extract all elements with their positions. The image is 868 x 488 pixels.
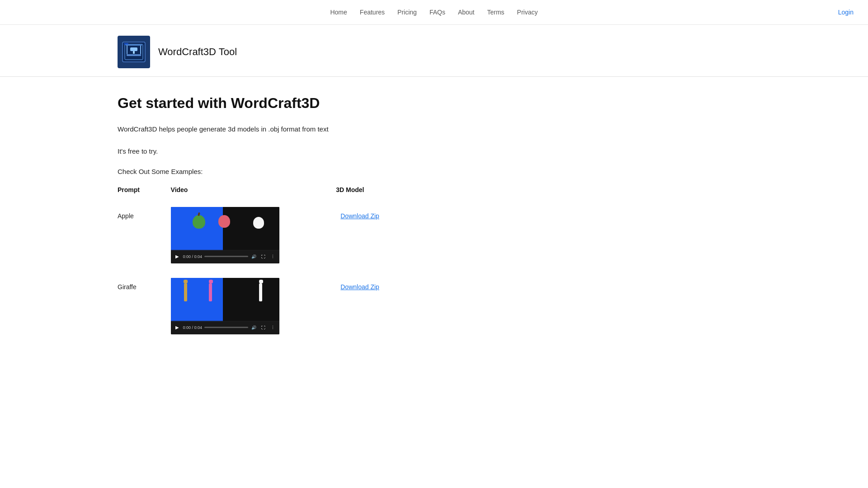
play-button-giraffe[interactable]: ▶ — [174, 324, 181, 331]
main-content: Get started with WordCraft3D WordCraft3D… — [0, 77, 407, 360]
apple-green-icon — [193, 215, 205, 229]
progress-bar-apple[interactable] — [204, 256, 248, 257]
giraffe-1-icon — [184, 281, 188, 301]
nav-links: Home Features Pricing FAQs About Terms P… — [330, 9, 538, 16]
prompt-apple: Apple — [118, 200, 171, 271]
svg-rect-8 — [124, 43, 128, 45]
giraffe-3-icon — [259, 281, 263, 301]
video-controls-apple: ▶ 0:00 / 0:04 🔊 ⛶ ⋮ — [171, 250, 279, 263]
nav-faqs[interactable]: FAQs — [429, 9, 445, 16]
fullscreen-button[interactable]: ⛶ — [260, 253, 267, 260]
fullscreen-button-giraffe[interactable]: ⛶ — [260, 324, 267, 331]
play-button[interactable]: ▶ — [174, 253, 181, 260]
volume-button-giraffe[interactable]: 🔊 — [250, 324, 258, 331]
progress-bar-giraffe[interactable] — [204, 327, 248, 328]
video-time-giraffe: 0:00 / 0:04 — [183, 325, 203, 330]
nav-about[interactable]: About — [458, 9, 475, 16]
prompt-giraffe: Giraffe — [118, 271, 171, 342]
more-options-button[interactable]: ⋮ — [269, 253, 277, 260]
svg-rect-4 — [140, 45, 141, 54]
video-apple-cell: ▶ 0:00 / 0:04 🔊 ⛶ ⋮ — [171, 200, 336, 271]
more-options-button-giraffe[interactable]: ⋮ — [269, 324, 277, 331]
site-title: WordCraft3D Tool — [158, 46, 237, 58]
svg-rect-6 — [133, 51, 135, 54]
download-apple-link[interactable]: Download Zip — [340, 212, 379, 220]
nav-terms[interactable]: Terms — [487, 9, 504, 16]
apple-pink-icon — [218, 215, 230, 228]
model-apple-cell: Download Zip — [336, 200, 407, 271]
hero-description: WordCraft3D helps people generate 3d mod… — [118, 124, 407, 135]
col-video: Video — [171, 186, 336, 200]
video-giraffe-cell: ▶ 0:00 / 0:04 🔊 ⛶ ⋮ — [171, 271, 336, 342]
video-apple[interactable]: ▶ 0:00 / 0:04 🔊 ⛶ ⋮ — [171, 207, 279, 263]
col-prompt: Prompt — [118, 186, 171, 200]
hero-free-text: It's free to try. — [118, 147, 407, 155]
giraffe-head-2 — [209, 280, 213, 283]
site-logo — [118, 36, 150, 68]
model-giraffe-cell: Download Zip — [336, 271, 407, 342]
video-bg-black — [223, 207, 279, 251]
col-model: 3D Model — [336, 186, 407, 200]
svg-rect-2 — [127, 54, 141, 56]
svg-rect-3 — [127, 45, 127, 54]
apple-white-icon — [253, 217, 264, 229]
video-bg-blue — [171, 207, 223, 251]
hero-title: Get started with WordCraft3D — [118, 95, 407, 112]
video-giraffe-bg-black — [223, 278, 279, 322]
site-header: WordCraft3D Tool — [0, 25, 868, 77]
svg-rect-5 — [130, 47, 137, 51]
nav-features[interactable]: Features — [360, 9, 385, 16]
main-nav: Home Features Pricing FAQs About Terms P… — [0, 0, 868, 25]
video-time-apple: 0:00 / 0:04 — [183, 254, 203, 259]
giraffe-neck-2 — [209, 283, 212, 301]
nav-home[interactable]: Home — [330, 9, 347, 16]
logo-image — [118, 36, 150, 68]
volume-button[interactable]: 🔊 — [250, 253, 258, 260]
nav-pricing[interactable]: Pricing — [397, 9, 417, 16]
examples-table: Prompt Video 3D Model Apple — [118, 186, 407, 342]
giraffe-2-icon — [209, 281, 213, 301]
examples-label: Check Out Some Examples: — [118, 168, 407, 175]
video-giraffe-bg-blue — [171, 278, 223, 322]
download-giraffe-link[interactable]: Download Zip — [340, 283, 379, 291]
nav-privacy[interactable]: Privacy — [517, 9, 538, 16]
giraffe-head-3 — [259, 280, 263, 283]
giraffe-neck-1 — [184, 283, 187, 301]
video-giraffe[interactable]: ▶ 0:00 / 0:04 🔊 ⛶ ⋮ — [171, 278, 279, 334]
video-controls-giraffe: ▶ 0:00 / 0:04 🔊 ⛶ ⋮ — [171, 321, 279, 334]
login-link[interactable]: Login — [838, 9, 854, 16]
table-row: Apple ▶ 0:00 / 0:04 — [118, 200, 407, 271]
table-row: Giraffe — [118, 271, 407, 342]
giraffe-neck-3 — [259, 283, 262, 301]
giraffe-head-1 — [184, 280, 188, 283]
